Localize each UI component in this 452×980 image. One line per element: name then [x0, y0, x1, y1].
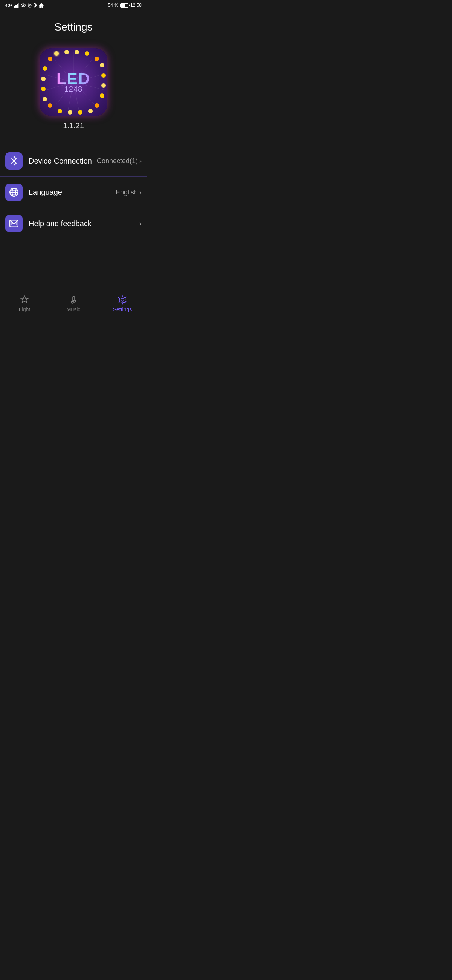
- nav-item-music[interactable]: Music: [49, 294, 98, 312]
- mail-menu-icon: [9, 219, 19, 228]
- svg-point-23: [54, 51, 59, 56]
- svg-point-41: [95, 103, 99, 108]
- alarm-icon: [27, 3, 32, 8]
- svg-point-42: [48, 103, 52, 108]
- app-version: 1.1.21: [63, 121, 84, 130]
- svg-point-25: [75, 50, 79, 54]
- svg-rect-3: [19, 3, 19, 8]
- bottom-nav: Light Music Settings: [0, 288, 147, 318]
- svg-point-28: [102, 73, 106, 78]
- status-bar: 4G+ 54 %: [0, 0, 147, 11]
- clock-time: 12:58: [130, 3, 142, 8]
- battery-icon: [120, 3, 128, 8]
- svg-point-35: [43, 97, 47, 102]
- svg-line-9: [28, 4, 29, 5]
- svg-rect-0: [14, 6, 15, 8]
- svg-point-30: [100, 94, 104, 98]
- language-chevron: ›: [140, 188, 142, 196]
- svg-point-33: [68, 110, 72, 115]
- music-nav-label: Music: [67, 306, 81, 312]
- svg-point-37: [41, 76, 46, 81]
- svg-point-27: [100, 63, 104, 67]
- nav-item-light[interactable]: Light: [0, 294, 49, 312]
- svg-rect-2: [17, 4, 18, 8]
- device-connection-label: Device Connection: [29, 157, 97, 165]
- light-nav-icon: [19, 294, 30, 305]
- language-label: Language: [29, 188, 116, 197]
- app-icon-bg: LED 1248: [40, 48, 107, 116]
- status-right: 54 % 12:58: [108, 3, 142, 8]
- svg-point-24: [64, 50, 69, 54]
- mail-icon-box: [5, 215, 22, 232]
- settings-nav-label: Settings: [113, 306, 132, 312]
- battery-percent: 54 %: [108, 3, 118, 8]
- menu-item-help-feedback[interactable]: Help and feedback ›: [0, 208, 147, 239]
- svg-marker-49: [21, 296, 28, 303]
- bluetooth-status-icon: [33, 3, 37, 8]
- globe-icon-box: [5, 184, 22, 201]
- svg-point-36: [41, 87, 46, 91]
- svg-rect-1: [16, 5, 17, 8]
- svg-point-38: [43, 66, 47, 71]
- svg-line-52: [72, 296, 75, 297]
- help-feedback-label: Help and feedback: [29, 220, 138, 228]
- page-title: Settings: [0, 11, 147, 41]
- settings-nav-icon: [117, 294, 128, 305]
- svg-point-32: [78, 110, 82, 115]
- svg-point-5: [22, 5, 24, 6]
- svg-point-31: [88, 109, 93, 113]
- language-value: English: [116, 188, 138, 196]
- eye-icon: [21, 3, 26, 7]
- svg-marker-11: [39, 3, 43, 8]
- bluetooth-menu-icon: [9, 156, 19, 166]
- svg-point-39: [48, 57, 52, 61]
- globe-menu-icon: [9, 187, 19, 197]
- nav-item-settings[interactable]: Settings: [98, 294, 147, 312]
- device-connection-chevron: ›: [140, 157, 142, 165]
- home-icon: [39, 3, 44, 8]
- menu-item-language[interactable]: Language English ›: [0, 177, 147, 208]
- menu-list: Device Connection Connected(1) › Languag…: [0, 145, 147, 239]
- menu-item-device-connection[interactable]: Device Connection Connected(1) ›: [0, 145, 147, 177]
- svg-point-55: [121, 298, 124, 301]
- svg-point-40: [95, 57, 99, 61]
- bluetooth-icon-box: [5, 152, 22, 170]
- app-icon-wrapper: LED 1248: [40, 48, 107, 116]
- svg-line-8: [30, 6, 30, 6]
- svg-line-10: [30, 4, 31, 5]
- app-icon-section: LED 1248 1.1.21: [0, 41, 147, 145]
- app-icon-text: LED 1248: [57, 70, 90, 94]
- svg-point-29: [102, 83, 106, 88]
- signal-icon: [14, 3, 19, 8]
- device-connection-value: Connected(1): [97, 157, 138, 165]
- music-nav-icon: [68, 294, 79, 305]
- svg-point-26: [85, 51, 89, 56]
- help-feedback-chevron: ›: [140, 220, 142, 228]
- light-nav-label: Light: [19, 306, 30, 312]
- status-left: 4G+: [5, 3, 44, 8]
- svg-point-34: [58, 109, 62, 113]
- network-icon: 4G+: [5, 3, 13, 8]
